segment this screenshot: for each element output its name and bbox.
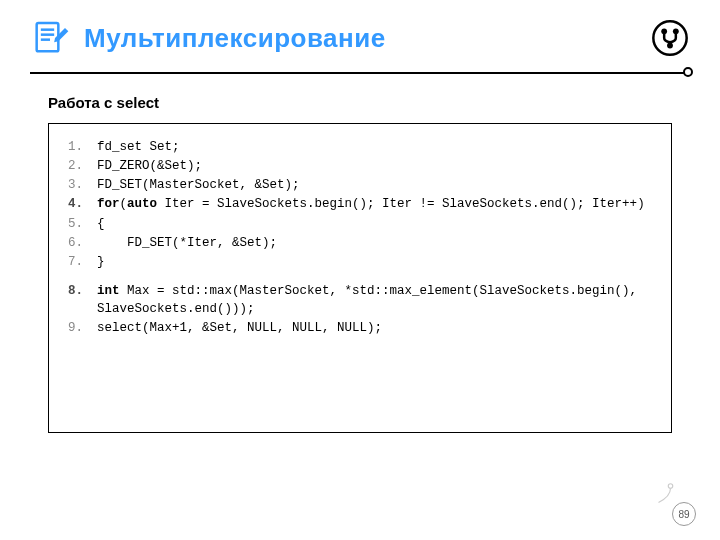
code-text: { xyxy=(97,215,659,233)
code-text: FD_ZERO(&Set); xyxy=(97,157,659,175)
svg-rect-0 xyxy=(37,23,59,51)
line-number: 6. xyxy=(61,234,97,252)
code-line: 1.fd_set Set; xyxy=(61,138,659,156)
line-number: 5. xyxy=(61,215,97,233)
code-line: 7.} xyxy=(61,253,659,271)
code-text: } xyxy=(97,253,659,271)
svg-point-6 xyxy=(673,28,679,34)
code-line: 4.for(auto Iter = SlaveSockets.begin(); … xyxy=(61,195,659,213)
code-block: 1.fd_set Set;2.FD_ZERO(&Set);3.FD_SET(Ma… xyxy=(48,123,672,433)
svg-point-5 xyxy=(661,28,667,34)
line-number: 9. xyxy=(61,319,97,337)
code-line: 8.int Max = std::max(MasterSocket, *std:… xyxy=(61,282,659,318)
code-text: fd_set Set; xyxy=(97,138,659,156)
line-number: 3. xyxy=(61,176,97,194)
divider xyxy=(30,72,690,74)
code-text: for(auto Iter = SlaveSockets.begin(); It… xyxy=(97,195,659,213)
code-text: select(Max+1, &Set, NULL, NULL, NULL); xyxy=(97,319,659,337)
code-line: 6. FD_SET(*Iter, &Set); xyxy=(61,234,659,252)
svg-point-7 xyxy=(667,43,673,49)
page-number: 89 xyxy=(672,502,696,526)
line-number: 2. xyxy=(61,157,97,175)
document-edit-icon xyxy=(30,18,70,58)
page-title: Мультиплексирование xyxy=(84,23,386,54)
line-number: 4. xyxy=(61,195,97,213)
code-line: 5.{ xyxy=(61,215,659,233)
decor-branch-icon xyxy=(648,480,678,510)
slide-header: Мультиплексирование xyxy=(0,0,720,58)
divider-dot-icon xyxy=(683,67,693,77)
svg-point-8 xyxy=(668,484,673,489)
line-number: 8. xyxy=(61,282,97,300)
code-text: FD_SET(*Iter, &Set); xyxy=(97,234,659,252)
code-line: 3.FD_SET(MasterSocket, &Set); xyxy=(61,176,659,194)
code-text: FD_SET(MasterSocket, &Set); xyxy=(97,176,659,194)
svg-point-4 xyxy=(653,21,686,54)
line-number: 1. xyxy=(61,138,97,156)
line-number: 7. xyxy=(61,253,97,271)
section-subtitle: Работа с select xyxy=(48,94,672,111)
code-line: 9.select(Max+1, &Set, NULL, NULL, NULL); xyxy=(61,319,659,337)
branch-icon xyxy=(650,18,690,58)
code-line: 2.FD_ZERO(&Set); xyxy=(61,157,659,175)
code-text: int Max = std::max(MasterSocket, *std::m… xyxy=(97,282,659,318)
